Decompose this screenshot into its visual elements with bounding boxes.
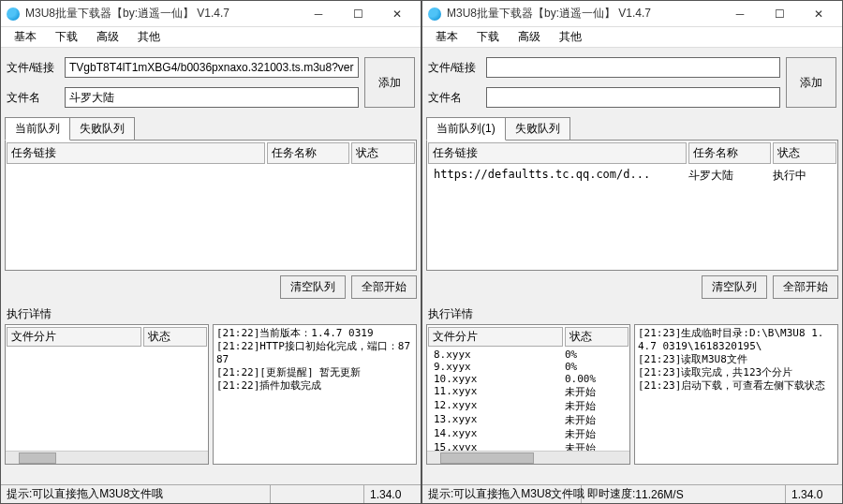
col-status: 状态	[773, 142, 836, 164]
menu-advanced[interactable]: 高级	[87, 27, 128, 47]
queue-header: 任务链接 任务名称 状态	[427, 141, 837, 166]
label-file-name: 文件名	[7, 90, 59, 106]
menu-basic[interactable]: 基本	[5, 27, 46, 47]
maximize-button[interactable]: ☐	[338, 2, 377, 26]
start-all-button[interactable]: 全部开始	[773, 275, 838, 299]
app-icon	[7, 7, 20, 21]
status-version: 1.34.0	[364, 485, 421, 503]
add-button[interactable]: 添加	[364, 57, 415, 108]
queue-row[interactable]: https://defaultts.tc.qq.com/d...斗罗大陆执行中	[430, 166, 835, 185]
maximize-button[interactable]: ☐	[760, 2, 799, 26]
parts-row[interactable]: 11.xyyx未开始	[430, 385, 627, 399]
titlebar: M3U8批量下载器【by:逍遥一仙】 V1.4.7 ─ ☐ ✕	[1, 1, 421, 27]
col-file-parts: 文件分片	[428, 327, 563, 347]
parts-box: 文件分片 状态	[5, 324, 209, 465]
queue-panel: 任务链接 任务名称 状态 https://defaultts.tc.qq.com…	[426, 140, 838, 271]
parts-row[interactable]: 10.xyyx0.00%	[430, 373, 627, 385]
col-status: 状态	[351, 142, 415, 164]
menu-advanced[interactable]: 高级	[509, 27, 550, 47]
log-box: [21:22]当前版本：1.4.7 0319 [21:22]HTTP接口初始化完…	[213, 324, 417, 465]
statusbar: 提示:可以直接拖入M3U8文件哦 即时速度:11.26M/S 1.34.0	[422, 484, 842, 503]
parts-row[interactable]: 8.xyyx0%	[430, 348, 627, 361]
menu-download[interactable]: 下载	[467, 27, 509, 47]
parts-header: 文件分片 状态	[427, 325, 629, 348]
url-input[interactable]	[65, 57, 359, 78]
scrollbar-thumb[interactable]	[440, 452, 534, 464]
col-task-name: 任务名称	[267, 142, 349, 164]
input-form: 文件/链接 添加 文件名	[422, 48, 842, 113]
parts-cell-status: 未开始	[561, 385, 627, 399]
clear-queue-button[interactable]: 清空队列	[280, 275, 346, 299]
filename-input[interactable]	[65, 87, 359, 108]
window-left: M3U8批量下载器【by:逍遥一仙】 V1.4.7 ─ ☐ ✕ 基本 下载 高级…	[0, 0, 422, 504]
queue-buttons: 清空队列 全部开始	[422, 272, 842, 303]
log-box: [21:23]生成临时目录:D:\B\M3U8 1.4.7 0319\16183…	[634, 324, 838, 465]
window-right: M3U8批量下载器【by:逍遥一仙】 V1.4.7 ─ ☐ ✕ 基本 下载 高级…	[422, 0, 843, 504]
queue-tabs: 当前队列(1) 失败队列	[422, 117, 842, 141]
queue-body: https://defaultts.tc.qq.com/d...斗罗大陆执行中	[427, 166, 837, 270]
queue-cell-link: https://defaultts.tc.qq.com/d...	[430, 166, 685, 185]
window-controls: ─ ☐ ✕	[720, 2, 838, 26]
parts-cell-status: 0%	[561, 361, 627, 373]
tab-failed-queue[interactable]: 失败队列	[69, 117, 135, 141]
parts-cell-status: 未开始	[561, 441, 627, 451]
start-all-button[interactable]: 全部开始	[351, 275, 417, 299]
queue-header: 任务链接 任务名称 状态	[6, 141, 416, 166]
detail-panel: 文件分片 状态 [21:22]当前版本：1.4.7 0319 [21:22]HT…	[5, 324, 417, 465]
queue-panel: 任务链接 任务名称 状态	[5, 140, 417, 271]
parts-row[interactable]: 13.xyyx未开始	[430, 413, 627, 427]
parts-row[interactable]: 12.xyyx未开始	[430, 399, 627, 413]
parts-row[interactable]: 9.xyyx0%	[430, 361, 627, 373]
parts-row[interactable]: 15.xyyx未开始	[430, 441, 627, 451]
menu-other[interactable]: 其他	[550, 27, 591, 47]
parts-cell-status: 未开始	[561, 399, 627, 413]
horizontal-scrollbar[interactable]	[6, 451, 208, 464]
close-button[interactable]: ✕	[377, 2, 417, 26]
parts-row[interactable]: 14.xyyx未开始	[430, 427, 627, 441]
parts-box: 文件分片 状态 8.xyyx0%9.xyyx0%10.xyyx0.00%11.x…	[426, 324, 630, 465]
filename-input[interactable]	[486, 87, 780, 108]
queue-body	[6, 166, 416, 270]
parts-cell-name: 9.xyyx	[430, 361, 561, 373]
url-input[interactable]	[486, 57, 780, 78]
status-version: 1.34.0	[786, 485, 842, 503]
status-tip: 提示:可以直接拖入M3U8文件哦	[422, 485, 582, 503]
minimize-button[interactable]: ─	[720, 2, 760, 26]
menubar: 基本 下载 高级 其他	[1, 27, 421, 48]
col-file-parts: 文件分片	[7, 327, 141, 347]
horizontal-scrollbar[interactable]	[427, 451, 629, 464]
exec-details-label: 执行详情	[422, 303, 842, 324]
tab-current-queue[interactable]: 当前队列	[5, 117, 70, 141]
menu-download[interactable]: 下载	[46, 27, 87, 47]
queue-buttons: 清空队列 全部开始	[1, 272, 421, 303]
clear-queue-button[interactable]: 清空队列	[702, 275, 767, 299]
tab-current-queue[interactable]: 当前队列(1)	[426, 117, 506, 141]
status-tip: 提示:可以直接拖入M3U8文件哦	[1, 485, 271, 503]
scrollbar-thumb[interactable]	[19, 452, 56, 464]
label-file-link: 文件/链接	[428, 60, 481, 76]
parts-cell-name: 15.xyyx	[430, 441, 561, 451]
close-button[interactable]: ✕	[799, 2, 838, 26]
tab-failed-queue[interactable]: 失败队列	[505, 117, 570, 141]
titlebar: M3U8批量下载器【by:逍遥一仙】 V1.4.7 ─ ☐ ✕	[422, 1, 842, 27]
parts-cell-status: 0.00%	[561, 373, 627, 385]
col-task-name: 任务名称	[688, 142, 771, 164]
parts-cell-name: 14.xyyx	[430, 427, 561, 441]
label-file-link: 文件/链接	[7, 60, 59, 76]
window-title: M3U8批量下载器【by:逍遥一仙】 V1.4.7	[447, 6, 720, 22]
parts-cell-name: 10.xyyx	[430, 373, 561, 385]
app-icon	[428, 7, 441, 21]
parts-cell-status: 未开始	[561, 413, 627, 427]
window-controls: ─ ☐ ✕	[299, 2, 417, 26]
menu-other[interactable]: 其他	[128, 27, 170, 47]
add-button[interactable]: 添加	[786, 57, 836, 108]
minimize-button[interactable]: ─	[299, 2, 338, 26]
queue-tabs: 当前队列 失败队列	[1, 117, 421, 141]
parts-cell-status: 未开始	[561, 427, 627, 441]
parts-cell-status: 0%	[561, 348, 627, 361]
status-speed: 即时速度:11.26M/S	[582, 485, 786, 503]
menu-basic[interactable]: 基本	[426, 27, 467, 47]
window-title: M3U8批量下载器【by:逍遥一仙】 V1.4.7	[25, 6, 299, 22]
label-file-name: 文件名	[428, 90, 481, 106]
col-parts-status: 状态	[143, 327, 207, 347]
